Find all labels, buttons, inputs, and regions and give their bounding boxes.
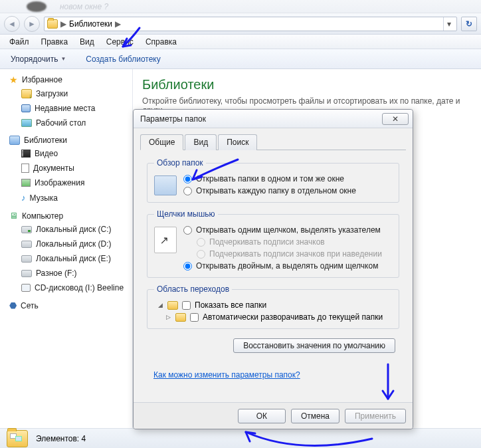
sidebar-item-disk-d[interactable]: Локальный диск (D:) — [9, 238, 130, 250]
sidebar-item-documents[interactable]: Документы — [9, 162, 130, 174]
cd-drive-icon — [21, 284, 31, 292]
sidebar-item-downloads[interactable]: Загрузки — [9, 88, 130, 100]
option-double-click[interactable]: Открывать двойным, а выделять одним щелч… — [183, 261, 382, 271]
new-library-button[interactable]: Создать библиотеку — [82, 53, 164, 66]
sidebar-item-pictures[interactable]: Изображения — [9, 177, 130, 189]
option-new-window[interactable]: Открывать каждую папку в отдельном окне — [183, 186, 356, 195]
dialog-title: Параметры папок — [140, 114, 382, 124]
video-icon — [21, 150, 31, 158]
navpane-row-show-all[interactable]: ◢ Показать все папки — [157, 300, 392, 310]
restore-defaults-button[interactable]: Восстановить значения по умолчанию — [233, 338, 395, 353]
forward-button[interactable]: ► — [24, 16, 40, 32]
chevron-down-icon: ▼ — [60, 56, 66, 62]
sidebar-item-disk-i[interactable]: CD-дисковод (I:) Beeline — [9, 282, 130, 294]
radio-single-click[interactable] — [183, 226, 192, 235]
sidebar-item-desktop[interactable]: Рабочий стол — [9, 117, 130, 129]
option-label: Открывать папки в одном и том же окне — [196, 174, 344, 183]
group-click-items: Щелчки мышью Открывать одним щелчком, вы… — [147, 209, 399, 278]
menu-view[interactable]: Вид — [74, 36, 100, 48]
sidebar-item-label: Рабочий стол — [36, 118, 86, 128]
cancel-button[interactable]: Отмена — [291, 409, 339, 423]
apply-button[interactable]: Применить — [345, 409, 406, 423]
tab-view[interactable]: Вид — [185, 134, 217, 150]
desktop-icon — [21, 119, 32, 127]
breadcrumb-libraries[interactable]: Библиотеки — [69, 19, 112, 29]
group-navpane-legend: Область переходов — [154, 284, 232, 294]
option-label: Открывать одним щелчком, выделять указат… — [196, 225, 381, 235]
browse-folders-icon — [154, 175, 177, 195]
menu-bar: Файл Правка Вид Сервис Справка — [0, 35, 481, 49]
sidebar-computer[interactable]: 🖥Компьютер — [9, 211, 130, 221]
refresh-button[interactable]: ↻ — [461, 17, 477, 31]
back-icon: ◄ — [8, 19, 16, 29]
folder-icon — [175, 313, 186, 322]
sidebar-item-label: Загрузки — [36, 89, 68, 98]
option-same-window[interactable]: Открывать папки в одном и том же окне — [183, 174, 356, 183]
collapse-icon[interactable]: ◢ — [157, 302, 163, 308]
sidebar-item-recent[interactable]: Недавние места — [9, 102, 130, 114]
breadcrumb-sep: ▶ — [60, 19, 66, 29]
status-bar: Элементов: 4 — [0, 428, 481, 448]
sidebar-item-videos[interactable]: Видео — [9, 148, 130, 160]
folder-icon — [167, 301, 178, 310]
sidebar-item-label: Разное (F:) — [36, 269, 77, 278]
music-icon: ♪ — [21, 193, 26, 203]
option-label: Открывать двойным, а выделять одним щелч… — [196, 261, 378, 271]
libraries-icon — [9, 136, 20, 145]
checkbox-auto-expand[interactable] — [190, 313, 199, 322]
navigation-pane: ★Избранное Загрузки Недавние места Рабоч… — [0, 69, 133, 428]
option-label: Подчеркивать подписи значков — [209, 237, 325, 247]
pictures-icon — [21, 179, 31, 187]
sidebar-network[interactable]: ⬣Сеть — [9, 300, 130, 310]
address-bar[interactable]: ▶ Библиотеки ▶ ▾ — [44, 17, 457, 31]
expand-icon[interactable]: ▷ — [165, 314, 171, 320]
dialog-tabs: Общие Вид Поиск — [140, 134, 406, 150]
menu-help[interactable]: Справка — [140, 36, 182, 48]
downloads-icon — [21, 89, 32, 98]
option-underline-always: Подчеркивать подписи значков — [183, 237, 382, 247]
group-navigation-pane: Область переходов ◢ Показать все папки ▷… — [147, 284, 399, 329]
dialog-close-button[interactable]: ✕ — [382, 113, 409, 125]
status-elements-count: 4 — [82, 434, 86, 443]
sidebar-item-label: Компьютер — [22, 211, 63, 221]
sidebar-item-disk-c[interactable]: Локальный диск (C:) — [9, 223, 130, 235]
address-dropdown[interactable]: ▾ — [443, 17, 454, 31]
sidebar-libraries[interactable]: Библиотеки — [9, 136, 130, 145]
context-background: новом окне ? — [0, 0, 481, 13]
sidebar-item-disk-e[interactable]: Локальный диск (E:) — [9, 253, 130, 265]
ok-button[interactable]: ОК — [238, 409, 286, 423]
group-browse-folders: Обзор папок Открывать папки в одном и то… — [147, 158, 399, 203]
toolbar: Упорядочить ▼ Создать библиотеку — [0, 49, 481, 69]
radio-new-window[interactable] — [183, 187, 192, 195]
sidebar-item-label: CD-дисковод (I:) Beeline — [35, 283, 124, 292]
refresh-icon: ↻ — [466, 19, 472, 29]
checkbox-show-all[interactable] — [182, 301, 191, 310]
navpane-row-auto-expand[interactable]: ▷ Автоматически разворачивать до текущей… — [157, 312, 392, 322]
close-icon: ✕ — [392, 114, 399, 124]
tab-search[interactable]: Поиск — [218, 134, 257, 150]
drive-icon — [21, 241, 32, 248]
sidebar-item-disk-f[interactable]: Разное (F:) — [9, 267, 130, 279]
folder-icon — [47, 19, 58, 29]
menu-edit[interactable]: Правка — [36, 36, 74, 48]
dialog-titlebar[interactable]: Параметры папок ✕ — [134, 110, 413, 128]
help-link[interactable]: Как можно изменить параметры папок? — [153, 370, 300, 380]
option-label: Открывать каждую папку в отдельном окне — [196, 186, 356, 195]
option-label: Показать все папки — [195, 300, 266, 310]
document-icon — [21, 164, 29, 173]
sidebar-item-label: Библиотеки — [24, 136, 67, 145]
radio-same-window[interactable] — [183, 175, 192, 183]
radio-double-click[interactable] — [183, 262, 192, 271]
back-button[interactable]: ◄ — [4, 16, 20, 32]
drive-icon — [21, 270, 32, 277]
sidebar-favorites[interactable]: ★Избранное — [9, 74, 130, 85]
drive-icon — [21, 255, 32, 263]
recent-icon — [21, 104, 31, 112]
sidebar-item-label: Локальный диск (D:) — [36, 239, 112, 249]
organize-button[interactable]: Упорядочить ▼ — [7, 53, 70, 66]
menu-file[interactable]: Файл — [4, 36, 35, 48]
menu-tools[interactable]: Сервис — [101, 36, 139, 48]
tab-general[interactable]: Общие — [140, 134, 183, 150]
option-single-click[interactable]: Открывать одним щелчком, выделять указат… — [183, 225, 382, 235]
sidebar-item-music[interactable]: ♪Музыка — [9, 191, 130, 204]
